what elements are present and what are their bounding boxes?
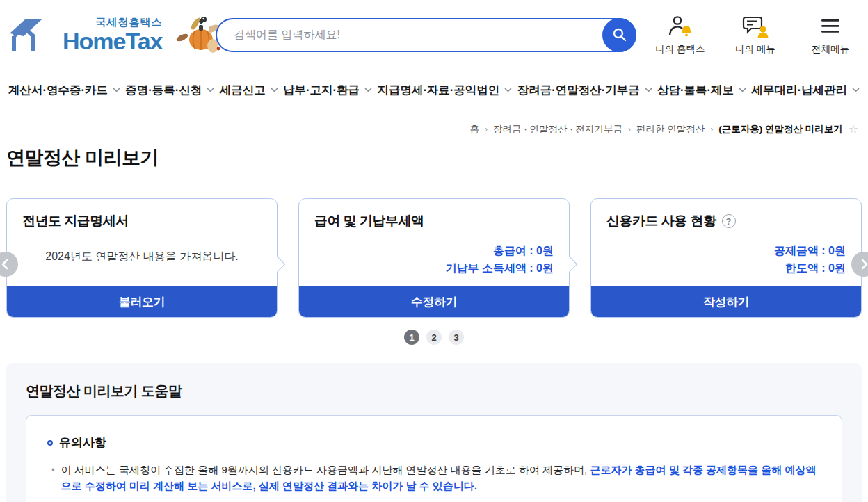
- yearend-preview-carousel: 전년도 지급명세서 2024년도 연말정산 내용을 가져옵니다. 불러오기 급여…: [0, 198, 868, 345]
- site-header: 국세청홈택스 HomeTax: [0, 0, 868, 70]
- page-title: 연말정산 미리보기: [0, 136, 868, 170]
- card-title: 급여 및 기납부세액: [314, 212, 424, 230]
- favorite-star-icon[interactable]: ☆: [849, 124, 858, 135]
- card-previous-year-statement: 전년도 지급명세서 2024년도 연말정산 내용을 가져옵니다. 불러오기: [6, 198, 278, 318]
- search-input[interactable]: [234, 29, 593, 41]
- my-menu-button[interactable]: 나의 메뉴: [728, 15, 782, 56]
- edit-button[interactable]: 수정하기: [299, 286, 569, 317]
- card-title: 신용카드 사용 현황: [606, 212, 716, 230]
- nav-item-tax-return[interactable]: 세금신고: [220, 83, 278, 98]
- nav-item-consult-appeal-report[interactable]: 상담·불복·제보: [657, 83, 746, 98]
- nav-item-incentive-yearend-donation[interactable]: 장려금·연말정산·기부금: [517, 83, 652, 98]
- memo-person-icon: [741, 15, 769, 38]
- help-panel-title: 연말정산 미리보기 도움말: [26, 382, 842, 400]
- main-navigation: 계산서·영수증·카드 증명·등록·신청 세금신고 납부·고지·환급 지급명세·자…: [0, 70, 868, 111]
- chevron-down-icon: [645, 88, 652, 92]
- nav-item-payment-notice-refund[interactable]: 납부·고지·환급: [283, 83, 372, 98]
- prepaid-income-tax-value: 기납부 소득세액 : 0원: [299, 259, 554, 277]
- load-button[interactable]: 불러오기: [7, 286, 277, 317]
- search-icon: [612, 27, 627, 42]
- breadcrumb-incentive[interactable]: 장려금 · 연말정산 · 전자기부금: [493, 123, 622, 136]
- chevron-right-icon: [858, 258, 868, 270]
- breadcrumb-separator: ›: [485, 124, 488, 134]
- breadcrumb-current-page: (근로자용) 연말정산 미리보기: [718, 123, 843, 136]
- carousel-pagination: 1 2 3: [0, 330, 868, 345]
- card-salary-prepaid-tax: 급여 및 기납부세액 총급여 : 0원 기납부 소득세액 : 0원 수정하기: [298, 198, 570, 318]
- house-icon: [7, 15, 51, 54]
- bullet-icon: •: [51, 462, 55, 494]
- hometax-logo[interactable]: 국세청홈택스 HomeTax: [7, 15, 216, 55]
- my-hometax-button[interactable]: 나의 홈택스: [653, 15, 707, 56]
- page-dot-2[interactable]: 2: [426, 330, 442, 345]
- notice-box: 유의사항 • 이 서비스는 국세청이 수집한 올해 9월까지의 신용카드 사용금…: [26, 415, 842, 502]
- breadcrumb-separator: ›: [710, 124, 713, 134]
- chevron-down-icon: [271, 88, 278, 92]
- breadcrumb-separator: ›: [628, 124, 631, 134]
- chevron-down-icon: [739, 88, 746, 92]
- total-salary-value: 총급여 : 0원: [299, 242, 554, 259]
- nav-item-invoice-receipt-card[interactable]: 계산서·영수증·카드: [8, 83, 120, 98]
- nav-item-tax-agent-management[interactable]: 세무대리·납세관리: [751, 83, 860, 98]
- chevron-down-icon: [113, 88, 120, 92]
- breadcrumb-easy-yearend[interactable]: 편리한 연말정산: [636, 123, 705, 136]
- hamburger-menu-icon: [820, 15, 841, 38]
- chevron-down-icon: [207, 88, 214, 92]
- notice-item: • 이 서비스는 국세청이 수집한 올해 9월까지의 신용카드 사용금액과 지난…: [51, 462, 821, 494]
- page-dot-1[interactable]: 1: [404, 330, 419, 345]
- chevron-down-icon: [504, 88, 512, 92]
- write-button[interactable]: 작성하기: [591, 286, 861, 317]
- nav-item-certificate-registration[interactable]: 증명·등록·신청: [125, 83, 214, 98]
- help-icon[interactable]: ?: [722, 214, 736, 228]
- person-bell-icon: [667, 15, 693, 38]
- card-credit-card-usage: 신용카드 사용 현황 ? 공제금액 : 0원 한도액 : 0원 작성하기: [590, 198, 862, 318]
- logo-agency-text: 국세청홈택스: [96, 16, 163, 29]
- breadcrumb: 홈 › 장려금 · 연말정산 · 전자기부금 › 편리한 연말정산 › (근로자…: [0, 111, 868, 136]
- chevron-down-icon: [852, 88, 860, 92]
- search-button[interactable]: [602, 18, 636, 52]
- search-bar: [216, 18, 636, 52]
- notice-section-title: 유의사항: [59, 435, 106, 451]
- notice-text: 이 서비스는 국세청이 수집한 올해 9월까지의 신용카드 사용금액과 지난해 …: [61, 464, 590, 476]
- help-panel: 연말정산 미리보기 도움말 유의사항 • 이 서비스는 국세청이 수집한 올해 …: [6, 363, 862, 502]
- deduction-amount-value: 공제금액 : 0원: [591, 242, 846, 259]
- chevron-down-icon: [364, 88, 372, 92]
- card-description: 2024년도 연말정산 내용을 가져옵니다.: [7, 250, 277, 286]
- limit-amount-value: 한도액 : 0원: [591, 259, 846, 277]
- nav-item-statement-data-public-corp[interactable]: 지급명세·자료·공익법인: [377, 83, 512, 98]
- breadcrumb-home[interactable]: 홈: [469, 123, 479, 136]
- ring-bullet-icon: [47, 440, 53, 446]
- chevron-left-icon: [0, 258, 12, 270]
- logo-brand-text: HomeTax: [63, 29, 163, 54]
- all-menu-button[interactable]: 전체메뉴: [803, 15, 858, 56]
- page-dot-3[interactable]: 3: [449, 330, 464, 345]
- card-title: 전년도 지급명세서: [22, 212, 129, 230]
